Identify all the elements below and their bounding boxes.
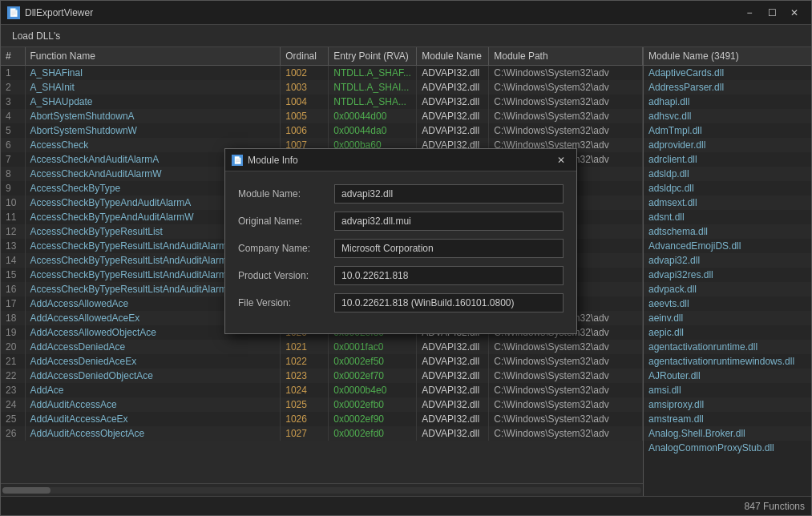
cell-func: AddAuditAccessAce	[25, 397, 281, 412]
right-list-item[interactable]: AJRouter.dll	[644, 369, 811, 383]
table-row[interactable]: 20 AddAccessDeniedAce 1021 0x0001fac0 AD…	[1, 340, 643, 354]
right-list-item[interactable]: adhsvc.dll	[644, 109, 811, 123]
cell-num: 10	[1, 196, 25, 210]
modal-title-bar: 📄 Module Info ✕	[225, 149, 576, 171]
cell-num: 2	[1, 80, 25, 95]
modal-field-value[interactable]: 10.0.22621.818 (WinBuild.160101.0800)	[334, 293, 564, 312]
cell-num: 13	[1, 239, 25, 253]
modal-field-value[interactable]: advapi32.dll.mui	[334, 212, 564, 231]
right-list-item[interactable]: agentactivationruntimewindows.dll	[644, 354, 811, 369]
right-list-item[interactable]: adprovider.dll	[644, 138, 811, 152]
cell-mod: ADVAPI32.dll	[417, 66, 489, 81]
right-list-item[interactable]: admsext.dll	[644, 196, 811, 210]
right-list-item[interactable]: AdaptiveCards.dll	[644, 66, 811, 80]
cell-num: 5	[1, 123, 25, 138]
cell-num: 1	[1, 66, 25, 81]
cell-path: C:\Windows\System32\adv	[489, 340, 643, 354]
right-list-item[interactable]: aepic.dll	[644, 325, 811, 340]
cell-func: A_SHAUpdate	[25, 95, 281, 109]
right-list-item[interactable]: adsldpc.dll	[644, 181, 811, 196]
cell-ep: 0x0002ef50	[329, 354, 417, 369]
cell-num: 24	[1, 397, 25, 412]
right-list-item[interactable]: adsnt.dll	[644, 210, 811, 224]
cell-num: 11	[1, 210, 25, 224]
horizontal-scrollbar[interactable]	[1, 483, 643, 496]
table-row[interactable]: 4 AbortSystemShutdownA 1005 0x00044d00 A…	[1, 109, 643, 123]
modal-icon: 📄	[232, 155, 243, 166]
right-list-item[interactable]: adtschema.dll	[644, 224, 811, 239]
modal-field-label: Product Version:	[238, 270, 334, 281]
table-row[interactable]: 24 AddAuditAccessAce 1025 0x0002efb0 ADV…	[1, 397, 643, 412]
table-row[interactable]: 26 AddAuditAccessObjectAce 1027 0x0002ef…	[1, 426, 643, 441]
cell-num: 9	[1, 181, 25, 196]
table-row[interactable]: 1 A_SHAFinal 1002 NTDLL.A_SHAF... ADVAPI…	[1, 66, 643, 81]
right-list-item[interactable]: amstream.dll	[644, 412, 811, 426]
right-list-item[interactable]: adrclient.dll	[644, 152, 811, 167]
cell-num: 15	[1, 268, 25, 282]
right-list-item[interactable]: advapi32.dll	[644, 253, 811, 268]
cell-num: 18	[1, 311, 25, 325]
modal-close-button[interactable]: ✕	[552, 152, 570, 168]
close-button[interactable]: ✕	[784, 4, 805, 22]
cell-path: C:\Windows\System32\adv	[489, 123, 643, 138]
cell-mod: ADVAPI32.dll	[417, 123, 489, 138]
col-header-func: Function Name	[25, 47, 281, 66]
right-list-item[interactable]: AddressParser.dll	[644, 80, 811, 95]
right-list-item[interactable]: Analog.Shell.Broker.dll	[644, 426, 811, 441]
cell-mod: ADVAPI32.dll	[417, 369, 489, 383]
col-header-ord: Ordinal	[281, 47, 329, 66]
modal-field-value[interactable]: Microsoft Corporation	[334, 239, 564, 258]
cell-ord: 1025	[281, 397, 329, 412]
title-bar: 📄 DllExportViewer − ☐ ✕	[1, 1, 811, 25]
modal-body: Module Name: advapi32.dll Original Name:…	[225, 171, 576, 333]
right-panel-list[interactable]: AdaptiveCards.dllAddressParser.dlladhapi…	[644, 66, 811, 496]
right-list-item[interactable]: advapi32res.dll	[644, 268, 811, 282]
table-row[interactable]: 23 AddAce 1024 0x0000b4e0 ADVAPI32.dll C…	[1, 383, 643, 397]
modal-title: Module Info	[248, 155, 552, 166]
scrollbar-thumb[interactable]	[2, 487, 50, 494]
maximize-button[interactable]: ☐	[762, 4, 782, 22]
right-list-item[interactable]: advpack.dll	[644, 282, 811, 296]
cell-path: C:\Windows\System32\adv	[489, 383, 643, 397]
cell-num: 7	[1, 152, 25, 167]
cell-path: C:\Windows\System32\adv	[489, 66, 643, 81]
right-list-item[interactable]: AdvancedEmojiDS.dll	[644, 239, 811, 253]
table-row[interactable]: 25 AddAuditAccessAceEx 1026 0x0002ef90 A…	[1, 412, 643, 426]
right-list-item[interactable]: amsiproxy.dll	[644, 397, 811, 412]
module-info-dialog: 📄 Module Info ✕ Module Name: advapi32.dl…	[224, 148, 577, 334]
cell-num: 4	[1, 109, 25, 123]
cell-num: 23	[1, 383, 25, 397]
table-row[interactable]: 2 A_SHAInit 1003 NTDLL.A_SHAI... ADVAPI3…	[1, 80, 643, 95]
modal-field-row: Original Name: advapi32.dll.mui	[238, 212, 564, 231]
right-list-item[interactable]: amsi.dll	[644, 383, 811, 397]
cell-ep: 0x00044da0	[329, 123, 417, 138]
cell-ord: 1003	[281, 80, 329, 95]
modal-field-label: Original Name:	[238, 216, 334, 227]
table-row[interactable]: 21 AddAccessDeniedAceEx 1022 0x0002ef50 …	[1, 354, 643, 369]
right-list-item[interactable]: adhapi.dll	[644, 95, 811, 109]
modal-field-label: File Version:	[238, 297, 334, 308]
cell-path: C:\Windows\System32\adv	[489, 354, 643, 369]
window-title: DllExportViewer	[25, 7, 739, 18]
right-list-item[interactable]: AdmTmpl.dll	[644, 123, 811, 138]
table-row[interactable]: 22 AddAccessDeniedObjectAce 1023 0x0002e…	[1, 369, 643, 383]
cell-ep: 0x0001fac0	[329, 340, 417, 354]
right-list-item[interactable]: adsldp.dll	[644, 167, 811, 181]
right-list-item[interactable]: aeevts.dll	[644, 296, 811, 311]
right-list-item[interactable]: aeinv.dll	[644, 311, 811, 325]
modal-field-value[interactable]: 10.0.22621.818	[334, 266, 564, 285]
modal-field-value[interactable]: advapi32.dll	[334, 184, 564, 204]
right-list-item[interactable]: agentactivationruntime.dll	[644, 340, 811, 354]
table-row[interactable]: 5 AbortSystemShutdownW 1006 0x00044da0 A…	[1, 123, 643, 138]
cell-func: AddAccessDeniedAceEx	[25, 354, 281, 369]
load-dlls-menu[interactable]: Load DLL's	[4, 27, 68, 45]
cell-num: 17	[1, 296, 25, 311]
cell-ep: NTDLL.A_SHAI...	[329, 80, 417, 95]
table-row[interactable]: 3 A_SHAUpdate 1004 NTDLL.A_SHA... ADVAPI…	[1, 95, 643, 109]
right-list-item[interactable]: AnalogCommonProxyStub.dll	[644, 441, 811, 455]
cell-num: 12	[1, 224, 25, 239]
minimize-button[interactable]: −	[739, 4, 760, 22]
cell-mod: ADVAPI32.dll	[417, 383, 489, 397]
modal-field-label: Module Name:	[238, 188, 334, 200]
function-count: 847 Functions	[745, 501, 805, 512]
